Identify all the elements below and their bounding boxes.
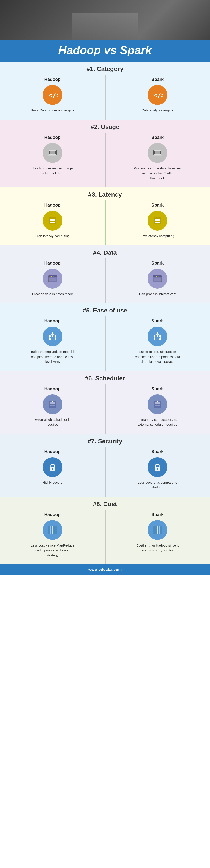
hadoop-desc-usage: Batch processing with huge volume of dat… xyxy=(28,166,77,176)
hadoop-title-security: Hadoop xyxy=(44,449,61,454)
spark-desc-usage: Process real time data, from real time e… xyxy=(133,166,182,181)
svg-point-20 xyxy=(53,276,54,277)
svg-point-24 xyxy=(155,276,155,277)
hadoop-icon-security xyxy=(43,457,62,477)
spark-desc-data: Can process interactively xyxy=(139,291,176,297)
section-scheduler-content: Hadoop External job scheduler is require… xyxy=(0,384,210,434)
spark-icon-data xyxy=(148,269,167,288)
section-cost-content: Hadoop Less costly since MapReduce model… xyxy=(0,510,210,564)
svg-rect-14 xyxy=(155,220,160,221)
spark-title-category: Spark xyxy=(151,77,163,82)
hadoop-desc-ease: Hadoop's MapReduce model is complex, nee… xyxy=(28,349,77,364)
col-hadoop-usage: Hadoop Batch processing with huge volume… xyxy=(0,135,105,176)
svg-rect-31 xyxy=(55,335,56,337)
col-spark-ease: Spark Easier to use, abstraction enables xyxy=(105,318,210,364)
svg-rect-27 xyxy=(154,278,161,281)
spark-desc-scheduler: In-memory computation, no external sched… xyxy=(133,417,182,427)
svg-text:</>: </> xyxy=(49,92,58,99)
svg-rect-40 xyxy=(154,335,155,337)
svg-rect-43 xyxy=(154,338,155,340)
spark-desc-cost: Costlier than Hadoop since it has in-mem… xyxy=(133,543,182,553)
section-ease-content: Hadoop Hadoop's MapReduce mode xyxy=(0,316,210,371)
svg-point-19 xyxy=(51,276,52,277)
section-security-content: Hadoop Highly secure Spark xyxy=(0,447,210,497)
svg-line-45 xyxy=(155,334,157,335)
col-hadoop-ease: Hadoop Hadoop's MapReduce mode xyxy=(0,318,105,364)
section-scheduler: #6. Scheduler Hadoop External job schedu… xyxy=(0,371,210,434)
hadoop-desc-cost: Less costly since MapReduce model provid… xyxy=(28,543,77,558)
col-hadoop-scheduler: Hadoop External job scheduler is require… xyxy=(0,386,105,427)
section-latency: #3. Latency .section-latency .section-co… xyxy=(0,187,210,245)
svg-rect-52 xyxy=(50,405,55,406)
section-category-header: #1. Category xyxy=(0,62,210,75)
section-security: #7. Security Hadoop Highly secure Spark xyxy=(0,434,210,497)
hadoop-title-data: Hadoop xyxy=(44,260,61,266)
svg-rect-3 xyxy=(50,151,55,154)
col-spark-usage: Spark Process real time data, from real … xyxy=(105,135,210,181)
hadoop-icon-latency xyxy=(43,211,62,230)
svg-rect-60 xyxy=(52,468,53,470)
spark-icon-usage xyxy=(148,143,167,163)
hadoop-icon-usage xyxy=(43,143,62,163)
spark-icon-security xyxy=(148,457,167,477)
svg-rect-44 xyxy=(159,338,161,340)
svg-point-18 xyxy=(50,276,51,277)
spark-icon-latency xyxy=(148,211,167,230)
svg-point-25 xyxy=(156,276,157,277)
hadoop-title-category: Hadoop xyxy=(44,77,61,82)
hadoop-desc-data: Process data in batch mode xyxy=(32,291,73,297)
svg-rect-6 xyxy=(155,151,160,154)
hadoop-icon-data xyxy=(43,269,62,288)
col-spark-security: Spark Less secure as compare to Hadoop xyxy=(105,449,210,490)
svg-text:</>: </> xyxy=(154,92,163,99)
spark-icon-ease xyxy=(148,327,167,346)
svg-line-47 xyxy=(157,334,160,335)
col-hadoop-latency: Hadoop High latency computing xyxy=(0,203,105,239)
hadoop-icon-cost xyxy=(43,520,62,540)
svg-rect-11 xyxy=(50,222,55,223)
hadoop-title-ease: Hadoop xyxy=(44,318,61,323)
col-spark-latency: Spark Low latency computing xyxy=(105,203,210,239)
section-latency-header: #3. Latency xyxy=(0,187,210,200)
svg-rect-28 xyxy=(52,332,54,334)
col-spark-scheduler: Spark In-memory computation, no external… xyxy=(105,386,210,427)
hadoop-desc-scheduler: External job scheduler is required xyxy=(28,417,77,427)
svg-rect-30 xyxy=(52,335,54,337)
section-data-content: Hadoop Process data in batch mode Spark xyxy=(0,258,210,303)
section-ease-header: #5. Ease of use xyxy=(0,303,210,316)
svg-rect-15 xyxy=(155,222,160,223)
section-scheduler-header: #6. Scheduler xyxy=(0,371,210,384)
spark-title-data: Spark xyxy=(151,260,163,266)
svg-line-34 xyxy=(50,334,53,335)
spark-desc-category: Data analytics engine xyxy=(142,108,173,113)
main-title: Hadoop vs Spark xyxy=(0,39,210,62)
col-spark-category: Spark </> Data analytics engine xyxy=(105,77,210,113)
hadoop-icon-scheduler xyxy=(43,395,62,414)
col-hadoop-category: Hadoop </> Basic Data processing engine xyxy=(0,77,105,113)
svg-rect-32 xyxy=(49,338,51,340)
spark-desc-latency: Low latency computing xyxy=(141,234,174,239)
hadoop-title-scheduler: Hadoop xyxy=(44,386,61,391)
spark-title-scheduler: Spark xyxy=(151,386,163,391)
spark-icon-category: </> xyxy=(148,85,167,105)
hadoop-desc-category: Basic Data processing engine xyxy=(31,108,74,113)
svg-rect-7 xyxy=(153,155,162,156)
svg-line-36 xyxy=(53,334,55,335)
hadoop-icon-category: </> xyxy=(43,85,62,105)
svg-rect-39 xyxy=(156,332,158,334)
hadoop-title-usage: Hadoop xyxy=(44,135,61,140)
svg-rect-33 xyxy=(55,338,56,340)
hadoop-icon-ease xyxy=(43,327,62,346)
section-category: #1. Category Hadoop </> Basic Data proce… xyxy=(0,62,210,120)
section-usage-content: Hadoop Batch processing with huge volume… xyxy=(0,133,210,187)
svg-rect-23 xyxy=(153,275,161,277)
svg-rect-42 xyxy=(159,335,161,337)
section-cost: #8. Cost Hadoop Less costly since MapRed… xyxy=(0,497,210,564)
svg-rect-56 xyxy=(155,405,160,406)
svg-rect-21 xyxy=(49,278,56,281)
col-hadoop-cost: Hadoop Less costly since MapReduce model… xyxy=(0,512,105,558)
section-data-header: #4. Data xyxy=(0,245,210,258)
spark-icon-cost xyxy=(148,520,167,540)
svg-rect-17 xyxy=(49,275,57,277)
hadoop-title-latency: Hadoop xyxy=(44,203,61,208)
